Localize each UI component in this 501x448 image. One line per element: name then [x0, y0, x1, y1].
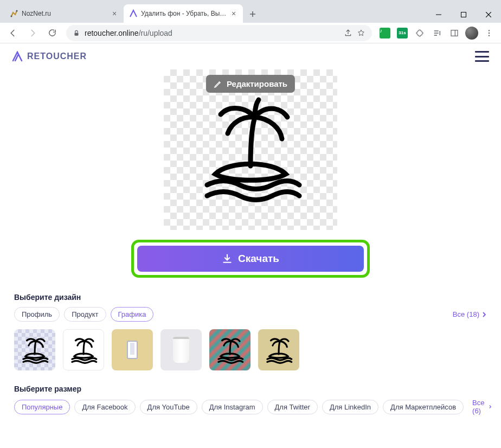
- svg-point-6: [489, 30, 490, 31]
- chip-facebook[interactable]: Для Facebook: [74, 400, 135, 414]
- thumb-phone[interactable]: [112, 329, 153, 370]
- svg-rect-2: [461, 12, 466, 17]
- chip-popular[interactable]: Популярные: [14, 400, 70, 414]
- design-section: Выберите дизайн Профиль Продукт Графика …: [0, 293, 501, 370]
- download-label: Скачать: [238, 253, 279, 265]
- side-panel-icon[interactable]: [447, 25, 462, 41]
- maximize-button[interactable]: [451, 7, 476, 23]
- image-preview: Редактировать: [164, 69, 337, 230]
- download-highlight: Скачать: [131, 240, 370, 278]
- site-header: RETOUCHER: [0, 43, 501, 69]
- tab-title: NozNet.ru: [22, 10, 107, 17]
- download-icon: [222, 253, 233, 264]
- extension-music-icon[interactable]: ♪: [377, 25, 393, 41]
- chip-graphics[interactable]: Графика: [111, 307, 154, 322]
- size-title: Выберите размер: [14, 385, 487, 393]
- close-icon[interactable]: ×: [111, 10, 118, 17]
- chip-instagram[interactable]: Для Instagram: [202, 400, 263, 414]
- tab-strip: NozNet.ru × Удалить фон - Убрать, Выреза…: [0, 4, 426, 23]
- phone-icon: [127, 341, 138, 359]
- reload-button[interactable]: [43, 24, 61, 42]
- thumb-transparent[interactable]: [14, 329, 55, 370]
- favicon-retoucher: [129, 9, 138, 18]
- brand-name: RETOUCHER: [27, 52, 87, 61]
- svg-rect-4: [451, 30, 458, 36]
- chip-youtube[interactable]: Для YouTube: [140, 400, 197, 414]
- url-text: retoucher.online/ru/upload: [85, 29, 172, 37]
- close-button[interactable]: [476, 7, 501, 23]
- svg-point-8: [489, 35, 490, 36]
- new-tab-button[interactable]: [245, 7, 260, 22]
- design-thumbnails: [14, 329, 487, 370]
- chip-linkedin[interactable]: Для LinkedIn: [322, 400, 378, 414]
- tab-title: Удалить фон - Убрать, Вырезать: [141, 10, 227, 17]
- thumb-white[interactable]: [63, 329, 104, 370]
- design-chips: Профиль Продукт Графика Все (18): [14, 307, 487, 322]
- edit-button[interactable]: Редактировать: [206, 75, 295, 93]
- extension-31s-icon[interactable]: 31s: [395, 25, 410, 41]
- pencil-icon: [214, 80, 222, 88]
- tab-retoucher[interactable]: Удалить фон - Убрать, Вырезать ×: [124, 4, 243, 23]
- reading-list-icon[interactable]: [429, 25, 445, 41]
- download-button[interactable]: Скачать: [137, 246, 364, 272]
- size-chips: Популярные Для Facebook Для YouTube Для …: [14, 399, 487, 415]
- thumb-cup[interactable]: [160, 329, 202, 370]
- address-bar[interactable]: retoucher.online/ru/upload: [66, 25, 372, 41]
- close-icon[interactable]: ×: [230, 10, 237, 17]
- browser-titlebar: NozNet.ru × Удалить фон - Убрать, Выреза…: [0, 0, 501, 23]
- brand-logo[interactable]: RETOUCHER: [12, 51, 87, 62]
- minimize-button[interactable]: [426, 7, 451, 23]
- chip-profile[interactable]: Профиль: [14, 307, 60, 322]
- cup-icon: [173, 337, 189, 363]
- svg-rect-3: [75, 33, 79, 35]
- size-all-link[interactable]: Все (6): [472, 399, 492, 415]
- svg-point-7: [489, 32, 490, 33]
- window-controls: [426, 7, 501, 23]
- chrome-menu-icon[interactable]: [481, 25, 497, 41]
- edit-label: Редактировать: [227, 79, 287, 88]
- browser-toolbar: retoucher.online/ru/upload ♪ 31s: [0, 23, 501, 43]
- star-icon[interactable]: [357, 29, 365, 37]
- menu-button[interactable]: [475, 51, 489, 62]
- svg-point-0: [11, 16, 12, 17]
- result-image: [191, 95, 310, 204]
- size-section: Выберите размер Популярные Для Facebook …: [0, 385, 501, 415]
- thumb-mosaic[interactable]: [209, 329, 251, 370]
- extensions-icon[interactable]: [412, 25, 427, 41]
- chip-marketplaces[interactable]: Для Маркетплейсов: [383, 400, 464, 414]
- page-content: RETOUCHER Редактировать Скачать: [0, 43, 501, 415]
- design-all-link[interactable]: Все (18): [453, 310, 487, 318]
- share-icon[interactable]: [344, 29, 352, 37]
- forward-button[interactable]: [24, 24, 41, 42]
- chevron-right-icon: [489, 404, 492, 409]
- design-title: Выберите дизайн: [14, 293, 487, 302]
- thumb-sand[interactable]: [258, 329, 299, 370]
- chevron-right-icon: [481, 312, 487, 317]
- favicon-noznet: [10, 9, 18, 18]
- chip-product[interactable]: Продукт: [64, 307, 106, 322]
- profile-avatar[interactable]: [464, 25, 479, 41]
- chip-twitter[interactable]: Для Twitter: [267, 400, 318, 414]
- back-button[interactable]: [4, 24, 22, 42]
- svg-point-1: [16, 10, 18, 12]
- logo-mark-icon: [12, 51, 23, 62]
- tab-noznet[interactable]: NozNet.ru ×: [4, 4, 124, 23]
- lock-icon: [73, 29, 80, 37]
